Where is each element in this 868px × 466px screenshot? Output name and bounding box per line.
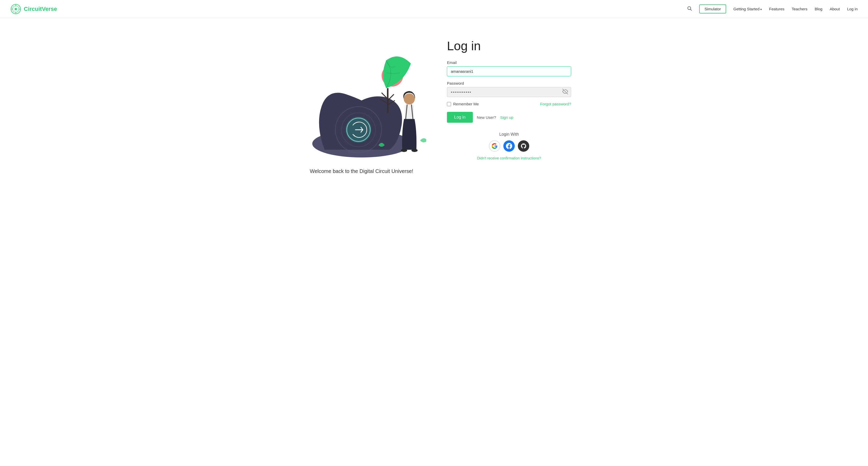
svg-rect-7: [15, 8, 17, 10]
features-nav-link[interactable]: Features: [769, 7, 784, 11]
google-login-button[interactable]: [489, 140, 500, 152]
password-group: Password: [447, 81, 571, 97]
remember-me-checkbox[interactable]: [447, 102, 451, 106]
about-nav-link[interactable]: About: [830, 7, 840, 11]
toggle-password-icon[interactable]: [562, 89, 568, 95]
getting-started-nav-link[interactable]: Getting Started: [734, 7, 762, 11]
login-with-section: Login With: [447, 132, 571, 161]
new-user-text: New User?: [477, 115, 496, 120]
welcome-text: Welcome back to the Digital Circuit Univ…: [310, 168, 413, 174]
login-button[interactable]: Log in: [447, 112, 473, 123]
password-input[interactable]: [447, 87, 571, 97]
remember-me-text: Remember Me: [453, 102, 479, 106]
password-wrapper: [447, 87, 571, 97]
github-login-button[interactable]: [518, 140, 529, 152]
login-nav-link[interactable]: Log in: [847, 7, 858, 11]
simulator-button[interactable]: Simulator: [699, 4, 726, 13]
remember-me-label[interactable]: Remember Me: [447, 102, 479, 106]
navbar: CircuitVerse Simulator Getting Started F…: [0, 0, 868, 18]
search-icon[interactable]: [687, 6, 692, 12]
logo-link[interactable]: CircuitVerse: [10, 4, 57, 14]
illustration: [297, 39, 426, 162]
nav-right: Simulator Getting Started Features Teach…: [687, 4, 858, 13]
svg-point-29: [401, 149, 407, 152]
remember-forgot-row: Remember Me Forgot password?: [447, 102, 571, 106]
logo-icon: [10, 4, 21, 14]
confirmation-instructions-link[interactable]: Didn't receive confirmation instructions…: [477, 156, 541, 160]
right-panel: Log in Email Password: [447, 34, 571, 161]
login-title: Log in: [447, 39, 571, 53]
password-label: Password: [447, 81, 571, 85]
forgot-password-link[interactable]: Forgot password?: [540, 102, 571, 106]
email-label: Email: [447, 60, 571, 65]
sign-up-link[interactable]: Sign up: [500, 115, 514, 120]
teachers-nav-link[interactable]: Teachers: [792, 7, 807, 11]
social-icons: [447, 140, 571, 152]
svg-line-9: [690, 9, 692, 10]
email-input[interactable]: [447, 66, 571, 76]
blog-nav-link[interactable]: Blog: [815, 7, 823, 11]
left-panel: Welcome back to the Digital Circuit Univ…: [297, 34, 426, 174]
logo-text: CircuitVerse: [24, 6, 57, 12]
login-action-row: Log in New User? Sign up: [447, 112, 571, 123]
email-group: Email: [447, 60, 571, 76]
main-content: Welcome back to the Digital Circuit Univ…: [0, 18, 868, 466]
facebook-login-button[interactable]: [503, 140, 515, 152]
svg-point-25: [404, 93, 415, 105]
svg-point-30: [411, 149, 418, 152]
login-with-title: Login With: [447, 132, 571, 137]
